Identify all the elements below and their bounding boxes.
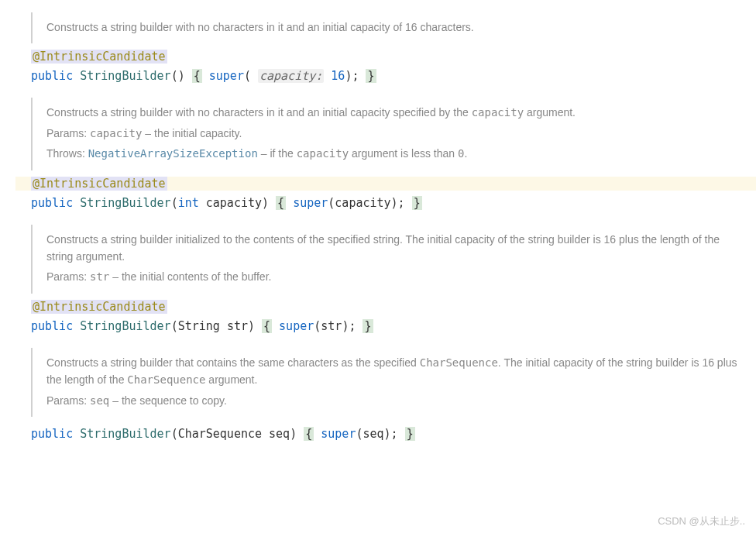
- param-name: seq: [269, 427, 290, 441]
- mono-text: CharSequence: [420, 356, 498, 369]
- method-block: Constructs a string builder initialized …: [15, 225, 756, 337]
- javadoc-description: Constructs a string builder initialized …: [46, 231, 748, 266]
- keyword-super: super: [209, 69, 244, 83]
- keyword-public: public: [31, 69, 73, 83]
- keyword-public: public: [31, 319, 73, 333]
- annotation-row: @IntrinsicCandidate: [15, 300, 756, 314]
- javadoc-throws: Throws: NegativeArraySizeException – if …: [46, 145, 748, 162]
- keyword-public: public: [31, 427, 73, 441]
- param-name: capacity: [206, 196, 262, 210]
- param-name: str: [90, 270, 109, 283]
- javadoc-block: Constructs a string builder initialized …: [31, 225, 756, 294]
- argument: capacity: [335, 196, 390, 210]
- annotation: @IntrinsicCandidate: [31, 177, 167, 191]
- javadoc-block: Constructs a string builder with no char…: [31, 98, 756, 170]
- open-brace: {: [262, 319, 272, 333]
- javadoc-description: Constructs a string builder with no char…: [46, 19, 748, 36]
- argument: str: [321, 319, 342, 333]
- mono-text: capacity: [472, 106, 524, 119]
- param-type: String: [178, 319, 220, 333]
- open-brace: {: [276, 196, 286, 210]
- code-line[interactable]: public StringBuilder(String str) { super…: [15, 315, 756, 337]
- param-name: str: [227, 319, 248, 333]
- code-line[interactable]: public StringBuilder(CharSequence seq) {…: [15, 423, 756, 445]
- javadoc-description: Constructs a string builder that contain…: [46, 354, 748, 389]
- method-block: Constructs a string builder with no char…: [15, 12, 756, 87]
- annotation: @IntrinsicCandidate: [31, 50, 167, 64]
- highlighted-annotation-row: @IntrinsicCandidate: [15, 177, 756, 191]
- method-block: Constructs a string builder that contain…: [15, 348, 756, 445]
- close-brace: }: [363, 319, 373, 333]
- open-brace: {: [192, 69, 202, 83]
- javadoc-params: Params: capacity – the initial capacity.: [46, 125, 748, 142]
- param-name: seq: [90, 394, 109, 407]
- type-name: StringBuilder: [80, 196, 170, 210]
- param-type: CharSequence: [178, 427, 262, 441]
- keyword-super: super: [279, 319, 314, 333]
- javadoc-description: Constructs a string builder with no char…: [46, 104, 748, 121]
- keyword-super: super: [321, 427, 356, 441]
- type-name: StringBuilder: [80, 427, 170, 441]
- method-block: Constructs a string builder with no char…: [15, 98, 756, 213]
- javadoc-params: Params: seq – the sequence to copy.: [46, 392, 748, 409]
- close-brace: }: [405, 427, 415, 441]
- javadoc-block: Constructs a string builder that contain…: [31, 348, 756, 417]
- number-literal: 16: [331, 69, 345, 83]
- keyword-super: super: [293, 196, 328, 210]
- open-brace: {: [304, 427, 314, 441]
- annotation: @IntrinsicCandidate: [31, 300, 167, 314]
- javadoc-block: Constructs a string builder with no char…: [31, 12, 756, 43]
- exception-link[interactable]: NegativeArraySizeException: [88, 147, 258, 160]
- code-viewer: Constructs a string builder with no char…: [0, 0, 756, 462]
- code-line[interactable]: public StringBuilder(int capacity) { sup…: [15, 192, 756, 214]
- inline-hint: capacity:: [258, 69, 324, 83]
- close-brace: }: [366, 69, 376, 83]
- type-name: StringBuilder: [80, 319, 170, 333]
- type-name: StringBuilder: [80, 69, 170, 83]
- close-brace: }: [412, 196, 422, 210]
- mono-text: CharSequence: [127, 373, 205, 386]
- annotation-row: @IntrinsicCandidate: [15, 50, 756, 64]
- param-type: int: [178, 196, 199, 210]
- argument: seq: [363, 427, 383, 441]
- keyword-public: public: [31, 196, 73, 210]
- param-name: capacity: [90, 127, 142, 139]
- javadoc-params: Params: str – the initial contents of th…: [46, 268, 748, 285]
- code-line[interactable]: public StringBuilder() { super( capacity…: [15, 65, 756, 87]
- parens: (): [171, 69, 185, 83]
